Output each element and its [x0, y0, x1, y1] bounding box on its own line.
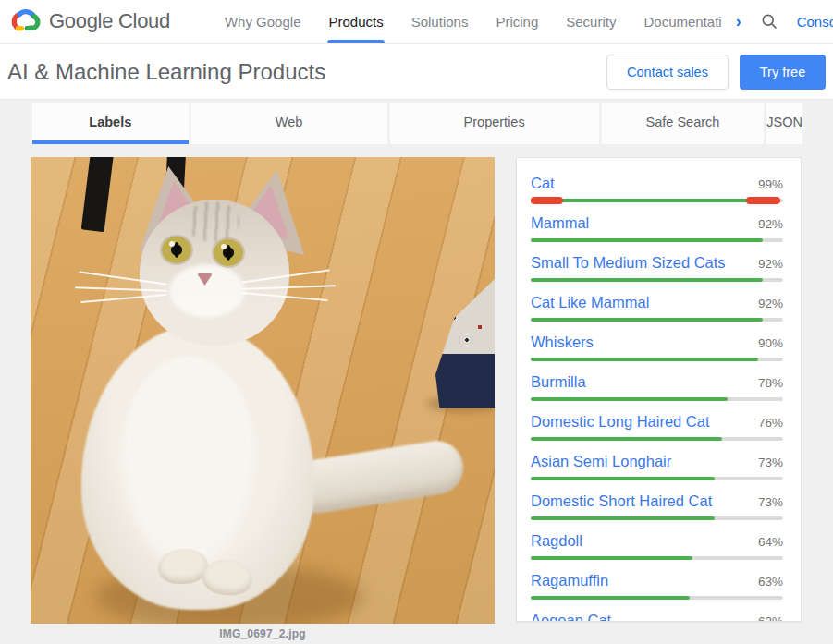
google-cloud-logo[interactable]: Google Cloud — [0, 0, 170, 43]
confidence-bar-fill — [531, 278, 763, 282]
confidence-bar — [531, 358, 783, 361]
cat-eye — [214, 239, 243, 266]
label-link[interactable]: Ragamuffin — [531, 572, 608, 589]
logo-text: Google Cloud — [49, 9, 170, 33]
label-link[interactable]: Domestic Long Haired Cat — [531, 413, 710, 431]
tab[interactable]: Properties — [390, 103, 599, 144]
confidence-bar — [531, 397, 783, 401]
label-row: Domestic Long Haired Cat 76% — [531, 413, 783, 441]
cat-forehead-stripes — [186, 201, 239, 242]
label-row: Domestic Short Haired Cat 73% — [531, 492, 783, 520]
page: Google Cloud Why Google Products Solutio… — [0, 0, 833, 644]
confidence-bar — [531, 596, 783, 600]
labels-panel: Cat 99% Mammal 92% — [516, 157, 802, 622]
label-confidence: 92% — [758, 217, 783, 231]
label-confidence: 92% — [758, 297, 783, 310]
nav-item-label: Products — [328, 14, 383, 30]
sub-header: AI & Machine Learning Products Contact s… — [0, 44, 833, 100]
confidence-bar — [531, 238, 783, 242]
confidence-bar-fill — [531, 199, 780, 202]
red-annotation-left — [531, 197, 563, 204]
label-row: Burmilla 78% — [531, 373, 783, 401]
tab-label: Labels — [89, 115, 131, 129]
bag-bottom — [435, 354, 495, 408]
label-link[interactable]: Asian Semi Longhair — [531, 453, 671, 470]
tab-label: Web — [276, 115, 303, 129]
label-row: Asian Semi Longhair 73% — [531, 453, 783, 480]
confidence-bar-fill — [531, 596, 690, 600]
tab-label: Safe Search — [646, 115, 720, 129]
contact-sales-button[interactable]: Contact sales — [606, 55, 729, 90]
label-link[interactable]: Cat — [531, 175, 555, 192]
confidence-bar-fill — [531, 516, 715, 520]
nav-item-label: Pricing — [496, 14, 538, 30]
confidence-bar — [531, 278, 783, 282]
label-link[interactable]: Whiskers — [531, 334, 594, 351]
tab-label: Properties — [464, 115, 525, 129]
knit-bag — [435, 279, 495, 408]
confidence-bar — [531, 516, 783, 520]
chair-leg — [81, 157, 115, 232]
label-confidence: 99% — [758, 177, 783, 191]
label-row: Ragdoll 64% — [531, 532, 783, 560]
nav-item-label: Solutions — [411, 14, 469, 30]
nav-item[interactable]: Why Google — [211, 0, 315, 43]
label-confidence: 78% — [758, 376, 783, 390]
nav-item-label: Security — [566, 14, 616, 30]
nav-item[interactable]: Documentati — [630, 0, 735, 43]
nav-item-label: Why Google — [225, 14, 301, 30]
confidence-bar-fill — [531, 556, 692, 560]
label-confidence: 63% — [758, 575, 783, 589]
cat-eye — [162, 237, 191, 263]
label-confidence: 73% — [758, 456, 783, 469]
search-icon[interactable] — [760, 12, 778, 30]
result-tabs: Labels Web Properties Safe Search JSON — [32, 103, 802, 144]
nav-item-label: Documentati — [643, 14, 721, 30]
tab[interactable]: Safe Search — [602, 103, 765, 144]
console-link[interactable]: Console — [797, 14, 833, 30]
label-row: Cat 99% — [531, 175, 783, 202]
confidence-bar-fill — [531, 477, 715, 480]
confidence-bar-fill — [531, 238, 763, 242]
try-free-button[interactable]: Try free — [740, 55, 826, 90]
nav-item[interactable]: Pricing — [482, 0, 552, 43]
analyzed-photo — [31, 157, 495, 624]
confidence-bar — [531, 437, 783, 441]
page-title: AI & Machine Learning Products — [7, 59, 606, 85]
confidence-bar-fill — [531, 397, 728, 401]
red-annotation-right — [746, 197, 780, 204]
tab[interactable]: Labels — [32, 103, 189, 144]
nav-item[interactable]: Products — [314, 0, 397, 43]
label-row: Whiskers 90% — [531, 334, 783, 361]
label-row: Small To Medium Sized Cats 92% — [531, 254, 783, 282]
label-confidence: 92% — [758, 257, 783, 271]
cat-muzzle — [169, 264, 245, 318]
nav-items: Why Google Products Solutions Pricing Se… — [211, 0, 736, 43]
confidence-bar — [531, 477, 783, 480]
label-link[interactable]: Aegean Cat — [531, 612, 611, 622]
nav-right-controls: › Console — [736, 0, 833, 43]
confidence-bar — [531, 318, 783, 322]
top-navigation: Google Cloud Why Google Products Solutio… — [0, 0, 833, 43]
label-confidence: 90% — [758, 336, 783, 350]
image-filename: IMG_0697_2.jpg — [31, 627, 495, 640]
label-link[interactable]: Mammal — [531, 214, 589, 232]
label-link[interactable]: Burmilla — [531, 373, 586, 391]
label-confidence: 76% — [758, 416, 783, 430]
confidence-bar — [531, 199, 783, 202]
confidence-bar-fill — [531, 437, 722, 441]
label-row: Cat Like Mammal 92% — [531, 294, 783, 322]
nav-item[interactable]: Security — [552, 0, 630, 43]
chevron-right-icon[interactable]: › — [736, 13, 741, 30]
label-link[interactable]: Domestic Short Haired Cat — [531, 492, 712, 510]
label-row: Mammal 92% — [531, 214, 783, 242]
label-link[interactable]: Ragdoll — [531, 532, 582, 550]
label-confidence: 64% — [758, 535, 783, 549]
tab[interactable]: JSON — [766, 103, 802, 144]
label-link[interactable]: Small To Medium Sized Cats — [531, 254, 726, 272]
confidence-bar-fill — [531, 358, 758, 361]
label-link[interactable]: Cat Like Mammal — [531, 294, 649, 311]
label-row: Aegean Cat 62% — [531, 612, 783, 622]
nav-item[interactable]: Solutions — [398, 0, 483, 43]
tab[interactable]: Web — [191, 103, 387, 144]
